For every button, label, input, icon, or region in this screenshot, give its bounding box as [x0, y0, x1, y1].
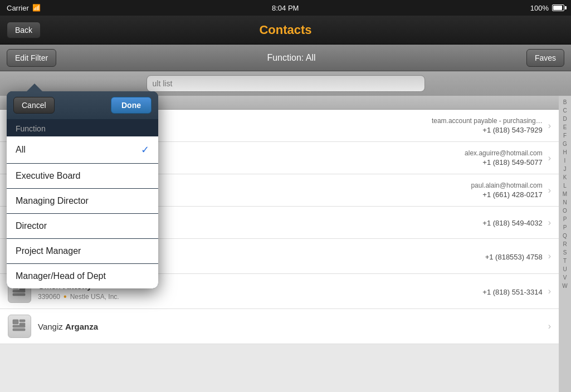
- status-left: Carrier 📶: [7, 4, 41, 12]
- filter-option-label: All: [16, 145, 26, 155]
- status-bar: Carrier 📶 8:04 PM 100%: [0, 0, 571, 16]
- time-label: 8:04 PM: [272, 4, 299, 12]
- main-content: ...urchasing team.account payable - purc…: [0, 96, 571, 392]
- filter-option-project-manager[interactable]: Project Manager: [7, 239, 158, 264]
- nav-title: Contacts: [259, 23, 311, 37]
- filter-option-label: Managing Director: [16, 196, 89, 206]
- filter-option-manager-head-dept[interactable]: Manager/Head of Dept: [7, 264, 158, 288]
- filter-option-executive-board[interactable]: Executive Board: [7, 164, 158, 189]
- done-button[interactable]: Done: [111, 97, 152, 114]
- battery-percent: 100%: [530, 4, 549, 12]
- edit-filter-button[interactable]: Edit Filter: [7, 49, 56, 67]
- dropdown-overlay: Cancel Done Function All ✓ Executive Boa…: [0, 96, 571, 392]
- filter-option-managing-director[interactable]: Managing Director: [7, 189, 158, 214]
- back-button[interactable]: Back: [7, 22, 41, 38]
- filter-option-director[interactable]: Director: [7, 214, 158, 239]
- popup-section-header: Function: [7, 120, 158, 136]
- checkmark-icon: ✓: [141, 144, 149, 156]
- filter-option-label: Project Manager: [16, 246, 81, 256]
- battery-fill: [553, 6, 562, 10]
- battery-icon: [552, 4, 564, 11]
- nav-bar: Back Contacts: [0, 16, 571, 45]
- cancel-button[interactable]: Cancel: [13, 97, 55, 114]
- carrier-label: Carrier: [7, 4, 29, 12]
- battery-tip: [565, 6, 567, 9]
- status-right: 100%: [530, 4, 564, 12]
- filter-option-all[interactable]: All ✓: [7, 136, 158, 164]
- popup-header: Cancel Done: [7, 91, 158, 120]
- filter-bar: Edit Filter Function: All Faves: [0, 45, 571, 71]
- function-label: Function: All: [267, 53, 315, 63]
- filter-option-label: Executive Board: [16, 171, 81, 181]
- filter-option-label: Manager/Head of Dept: [16, 271, 106, 281]
- faves-button[interactable]: Faves: [526, 49, 564, 67]
- filter-option-label: Director: [16, 221, 47, 231]
- search-input[interactable]: [147, 75, 425, 92]
- wifi-icon: 📶: [32, 4, 41, 12]
- function-filter-popup: Cancel Done Function All ✓ Executive Boa…: [7, 91, 158, 288]
